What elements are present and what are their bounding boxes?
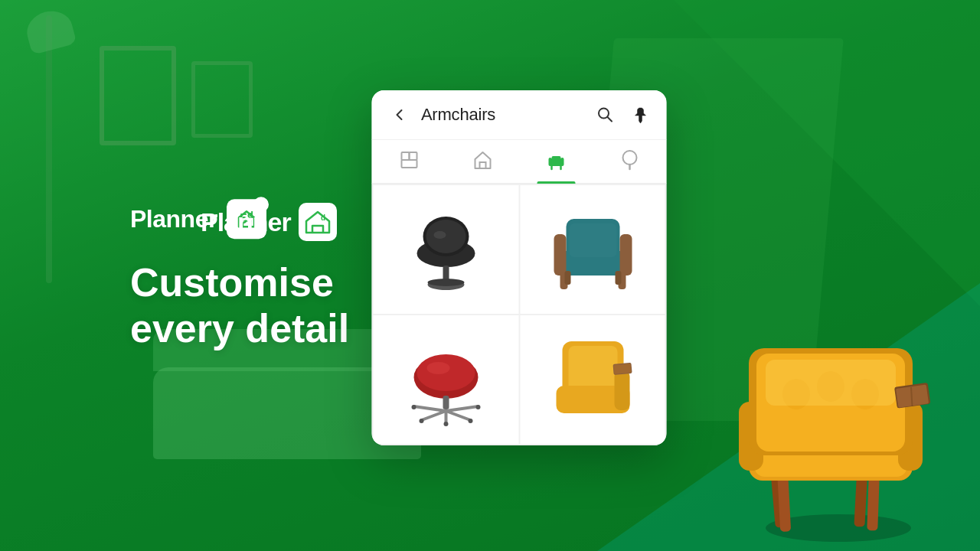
svg-rect-30	[569, 223, 616, 257]
chair-image-2	[543, 196, 642, 303]
back-button[interactable]	[387, 103, 412, 127]
svg-rect-9	[549, 158, 552, 166]
svg-rect-28	[564, 271, 570, 285]
item-card-4[interactable]	[520, 315, 665, 444]
search-icon	[597, 106, 614, 123]
svg-line-35	[446, 411, 471, 420]
svg-point-32	[417, 354, 475, 391]
svg-point-42	[476, 405, 481, 409]
furniture-icon	[546, 149, 567, 174]
room-lamp	[46, 15, 52, 283]
svg-point-20	[428, 279, 465, 286]
tab-furniture[interactable]	[519, 149, 593, 183]
logo-planner-text: Planner	[201, 207, 291, 237]
header-icons	[595, 104, 652, 126]
yellow-armchair-3d	[720, 306, 934, 536]
svg-point-17	[426, 220, 466, 253]
svg-point-39	[420, 419, 424, 423]
tab-rooms[interactable]	[372, 149, 446, 183]
svg-rect-65	[766, 360, 896, 406]
svg-point-21	[434, 231, 446, 239]
svg-rect-4	[409, 152, 416, 160]
chair-image-3	[397, 326, 496, 433]
svg-line-36	[414, 406, 446, 411]
item-card-2[interactable]	[520, 185, 665, 314]
svg-rect-29	[615, 271, 621, 285]
svg-rect-6	[479, 162, 485, 168]
svg-text:d: d	[321, 214, 325, 222]
svg-rect-50	[613, 364, 631, 374]
brand-tagline: Customise every detail	[130, 260, 349, 352]
pin-icon	[632, 106, 649, 123]
item-card-1[interactable]	[374, 185, 519, 314]
svg-rect-46	[568, 346, 617, 392]
panel-title: Armchairs	[421, 105, 595, 125]
panel-header: Armchairs	[372, 90, 667, 140]
home-icon	[472, 149, 493, 174]
svg-point-13	[623, 151, 637, 165]
svg-rect-48	[614, 370, 629, 410]
tagline-line1: Customise	[130, 260, 349, 306]
outdoor-icon	[619, 149, 641, 174]
back-icon	[392, 107, 407, 122]
item-panel: Armchairs	[372, 90, 667, 445]
svg-point-41	[412, 405, 416, 409]
tagline-line2: every detail	[130, 306, 349, 352]
svg-line-34	[422, 411, 446, 420]
svg-point-44	[427, 362, 450, 374]
room-frame2	[191, 61, 253, 138]
chair-image-4	[543, 326, 642, 433]
search-button[interactable]	[595, 104, 616, 126]
svg-line-37	[446, 406, 479, 411]
svg-rect-5	[401, 160, 416, 168]
room-frame	[100, 46, 176, 145]
svg-rect-24	[554, 234, 566, 276]
logo-container: Planner d	[201, 203, 337, 241]
svg-point-40	[469, 419, 473, 423]
category-tabs	[372, 140, 667, 184]
item-card-3[interactable]	[374, 315, 519, 444]
pin-button[interactable]	[630, 104, 652, 126]
svg-rect-3	[401, 152, 409, 160]
svg-rect-33	[443, 396, 449, 409]
logo-badge: d	[299, 203, 337, 241]
svg-point-43	[444, 422, 449, 426]
items-grid	[372, 184, 667, 445]
svg-rect-25	[619, 234, 632, 276]
svg-rect-8	[552, 156, 561, 161]
rooms-icon	[398, 149, 420, 174]
chair-image-1	[397, 196, 496, 303]
tab-home[interactable]	[446, 149, 519, 183]
tab-outdoor[interactable]	[593, 149, 667, 183]
svg-rect-10	[561, 158, 564, 166]
